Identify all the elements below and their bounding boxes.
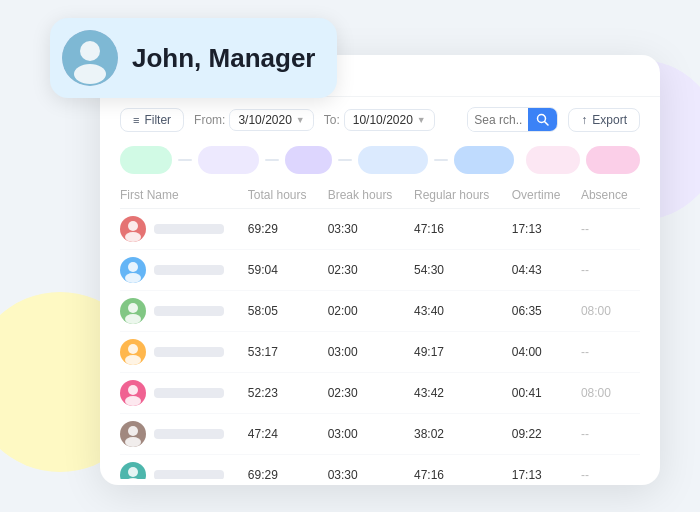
status-separator-1 (178, 159, 192, 161)
cell-name (120, 250, 240, 291)
person-name: John, Manager (132, 43, 315, 74)
cell-overtime: 04:43 (504, 250, 573, 291)
cell-break: 02:30 (320, 250, 406, 291)
search-button[interactable] (528, 108, 557, 131)
svg-point-2 (74, 64, 106, 84)
cell-absence: -- (573, 250, 640, 291)
col-regular: Regular hours (406, 184, 504, 209)
date-to-group: To: 10/10/2020 ▼ (324, 109, 435, 131)
export-label: Export (592, 113, 627, 127)
avatar (120, 339, 146, 365)
filter-button[interactable]: ≡ Filter (120, 108, 184, 132)
col-firstname: First Name (120, 184, 240, 209)
svg-point-10 (125, 314, 141, 324)
col-absence: Absence (573, 184, 640, 209)
to-date-value: 10/10/2020 (353, 113, 413, 127)
svg-point-11 (128, 344, 138, 354)
cell-break: 03:30 (320, 455, 406, 480)
cell-overtime: 17:13 (504, 209, 573, 250)
cell-break: 03:00 (320, 332, 406, 373)
cell-total: 47:24 (240, 414, 320, 455)
col-total: Total hours (240, 184, 320, 209)
status-chip-blue2 (454, 146, 515, 174)
status-separator-4 (434, 159, 448, 161)
avatar (120, 380, 146, 406)
cell-name (120, 332, 240, 373)
export-button[interactable]: ↑ Export (568, 108, 640, 132)
cell-regular: 49:17 (406, 332, 504, 373)
cell-regular: 47:16 (406, 209, 504, 250)
cell-break: 02:00 (320, 291, 406, 332)
from-date-picker[interactable]: 3/10/2020 ▼ (229, 109, 313, 131)
svg-line-4 (545, 122, 549, 126)
cell-name (120, 414, 240, 455)
cell-name (120, 455, 240, 480)
table-wrap: First Name Total hours Break hours Regul… (100, 184, 660, 479)
avatar (120, 421, 146, 447)
table-row: 52:23 02:30 43:42 00:41 08:00 (120, 373, 640, 414)
status-chip-purple2 (285, 146, 333, 174)
to-label: To: (324, 113, 340, 127)
cell-overtime: 04:00 (504, 332, 573, 373)
cell-total: 69:29 (240, 455, 320, 480)
filter-label: Filter (144, 113, 171, 127)
main-card: Employee Time Clock ≡ Filter From: 3/10/… (100, 55, 660, 485)
status-bar (100, 140, 660, 184)
from-date-value: 3/10/2020 (238, 113, 291, 127)
to-date-arrow: ▼ (417, 115, 426, 125)
from-label: From: (194, 113, 225, 127)
employee-name-blur (154, 470, 224, 479)
status-chip-blue (358, 146, 427, 174)
cell-break: 02:30 (320, 373, 406, 414)
svg-point-1 (80, 41, 100, 61)
employee-name-blur (154, 306, 224, 316)
export-icon: ↑ (581, 113, 587, 127)
cell-regular: 38:02 (406, 414, 504, 455)
svg-point-9 (128, 303, 138, 313)
search-input[interactable] (468, 109, 528, 131)
status-chip-pink (526, 146, 580, 174)
cell-overtime: 09:22 (504, 414, 573, 455)
table-row: 59:04 02:30 54:30 04:43 -- (120, 250, 640, 291)
from-date-arrow: ▼ (296, 115, 305, 125)
svg-point-16 (125, 437, 141, 447)
search-box (467, 107, 558, 132)
date-from-group: From: 3/10/2020 ▼ (194, 109, 314, 131)
cell-overtime: 00:41 (504, 373, 573, 414)
cell-absence: 08:00 (573, 291, 640, 332)
col-overtime: Overtime (504, 184, 573, 209)
table-row: 58:05 02:00 43:40 06:35 08:00 (120, 291, 640, 332)
svg-point-15 (128, 426, 138, 436)
cell-total: 53:17 (240, 332, 320, 373)
svg-point-13 (128, 385, 138, 395)
status-chip-purple (198, 146, 259, 174)
cell-regular: 43:42 (406, 373, 504, 414)
person-card: John, Manager (50, 18, 337, 98)
svg-point-7 (128, 262, 138, 272)
avatar (120, 257, 146, 283)
cell-absence: -- (573, 455, 640, 480)
cell-absence: -- (573, 332, 640, 373)
status-chip-pink2 (586, 146, 640, 174)
employee-table: First Name Total hours Break hours Regul… (120, 184, 640, 479)
cell-overtime: 06:35 (504, 291, 573, 332)
cell-absence: 08:00 (573, 373, 640, 414)
table-header-row: First Name Total hours Break hours Regul… (120, 184, 640, 209)
svg-point-14 (125, 396, 141, 406)
status-separator-3 (338, 159, 352, 161)
status-chip-green (120, 146, 172, 174)
to-date-picker[interactable]: 10/10/2020 ▼ (344, 109, 435, 131)
cell-name (120, 373, 240, 414)
svg-point-17 (128, 467, 138, 477)
svg-point-5 (128, 221, 138, 231)
avatar (120, 216, 146, 242)
filter-icon: ≡ (133, 114, 139, 126)
col-break: Break hours (320, 184, 406, 209)
employee-name-blur (154, 347, 224, 357)
employee-name-blur (154, 429, 224, 439)
table-row: 47:24 03:00 38:02 09:22 -- (120, 414, 640, 455)
avatar (62, 30, 118, 86)
cell-overtime: 17:13 (504, 455, 573, 480)
table-row: 53:17 03:00 49:17 04:00 -- (120, 332, 640, 373)
employee-name-blur (154, 265, 224, 275)
